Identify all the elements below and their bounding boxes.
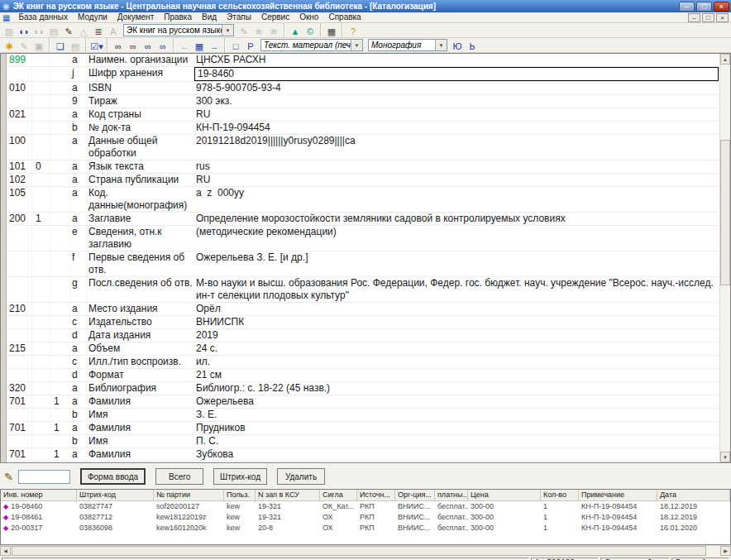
- field-row[interactable]: 215aОбъем24 с.: [7, 342, 719, 356]
- field-value[interactable]: RU: [194, 108, 719, 121]
- column-header[interactable]: N зап в КСУ: [256, 490, 320, 501]
- всего-button[interactable]: Всего: [155, 468, 203, 485]
- field-value-input[interactable]: 19-8460: [194, 67, 719, 81]
- field-value[interactable]: П. С.: [194, 435, 719, 448]
- field-row[interactable]: 010aISBN978-5-900705-93-4: [7, 82, 719, 95]
- field-row[interactable]: 7011aФамилияЗубкова: [7, 448, 719, 462]
- field-row[interactable]: bИмяЗ. Е.: [7, 409, 719, 422]
- field-row[interactable]: eСведения, отн.к заглавию(методические р…: [7, 226, 719, 251]
- edit-record-icon[interactable]: ✎: [17, 40, 31, 53]
- menu-item-вид[interactable]: Вид: [197, 12, 222, 22]
- table-row[interactable]: ◆19-0846003827747sof20200127kew19-321ОК_…: [1, 501, 730, 512]
- field-row[interactable]: cИздательствоВНИИСПК: [7, 316, 719, 329]
- field-row[interactable]: dДата издания2019: [7, 329, 719, 342]
- штрих-код-button[interactable]: Штрих-код: [213, 468, 267, 485]
- field-value[interactable]: a z 000yy: [194, 187, 719, 212]
- edit-pen-icon[interactable]: ✎: [61, 25, 76, 38]
- chevron-down-icon[interactable]: ▼: [351, 40, 362, 50]
- field-row[interactable]: 7011aФамилияОжерельева: [7, 395, 719, 409]
- field-row[interactable]: bИмяП. С.: [7, 435, 719, 448]
- field-value[interactable]: 978-5-900705-93-4: [194, 82, 719, 94]
- scroll-down-icon[interactable]: ▼: [720, 452, 730, 462]
- column-header[interactable]: Польз.: [224, 490, 256, 501]
- field-row[interactable]: 9Тираж300 экз.: [7, 95, 719, 108]
- field-value[interactable]: 300 экз.: [194, 95, 719, 108]
- форма-ввода-button[interactable]: Форма ввода: [80, 468, 146, 485]
- field-value[interactable]: Орёл: [194, 303, 719, 315]
- menu-item-документ[interactable]: Документ: [112, 12, 159, 22]
- help-icon[interactable]: ?: [346, 25, 361, 38]
- field-row[interactable]: bИмяМ. И.: [7, 462, 719, 462]
- column-header[interactable]: Примечание: [579, 490, 657, 501]
- export-icon[interactable]: △: [76, 25, 91, 38]
- table-row[interactable]: ◆20-0031703836098kew16012020kkew20-8ОХРК…: [1, 523, 730, 534]
- schedule-icon[interactable]: ©: [303, 25, 318, 38]
- scroll-up-icon[interactable]: ▲: [720, 54, 730, 65]
- menu-item-окно[interactable]: Окно: [294, 12, 323, 22]
- column-header[interactable]: Дата: [657, 490, 730, 501]
- field-value[interactable]: RU: [194, 174, 719, 186]
- doc-kind-select[interactable]: Монография ▼: [368, 39, 447, 51]
- mdi-minimize-button[interactable]: –: [688, 13, 700, 22]
- column-header[interactable]: Инв. номер: [1, 490, 77, 501]
- open-database-icon[interactable]: ◖◗: [17, 25, 31, 38]
- search-all-icon[interactable]: ∞: [155, 40, 170, 53]
- move-fields-icon[interactable]: ≋: [266, 25, 281, 38]
- menu-item-правка[interactable]: Правка: [159, 12, 197, 22]
- media-book-icon[interactable]: ▥: [2, 25, 17, 38]
- search-delete-icon[interactable]: ∞: [126, 40, 141, 53]
- field-value[interactable]: Библиогр.: с. 18-22 (45 назв.): [194, 382, 719, 395]
- field-value[interactable]: ВНИИСПК: [194, 316, 719, 328]
- field-value[interactable]: 19-8460: [194, 67, 719, 81]
- horizontal-scrollbar[interactable]: ◀ ▶: [0, 545, 731, 556]
- table-row[interactable]: ◆19-0846103827712kew18122019zkew19-321ОХ…: [1, 512, 730, 523]
- field-row[interactable]: cИлл./тип воспроизв.ил.: [7, 356, 719, 369]
- field-row[interactable]: 1010aЯзык текстаrus: [7, 160, 719, 174]
- brief-format-icon[interactable]: Ь: [465, 40, 480, 53]
- print-icon[interactable]: ▦: [324, 25, 339, 38]
- horizontal-scroll-thumb[interactable]: [12, 546, 706, 556]
- field-value[interactable]: ЦНСХБ РАСХН: [194, 54, 719, 66]
- menu-item-этапы[interactable]: Этапы: [222, 12, 256, 22]
- minimize-button[interactable]: –: [679, 2, 695, 12]
- maximize-button[interactable]: □: [696, 2, 712, 12]
- field-row[interactable]: gПосл.сведения об отв.М-во науки и высш.…: [7, 277, 719, 303]
- next-record-icon[interactable]: →: [207, 40, 222, 53]
- column-header[interactable]: Штрих-код: [77, 490, 154, 501]
- menu-item-справка[interactable]: Справка: [323, 12, 366, 22]
- menu-item-модули[interactable]: Модули: [73, 12, 112, 22]
- column-header[interactable]: № партии: [154, 490, 224, 501]
- field-row[interactable]: 021aКод страныRU: [7, 108, 719, 122]
- field-value[interactable]: Ожерельева З. Е. [и др.]: [194, 251, 719, 276]
- sort-az-icon[interactable]: ▲: [288, 25, 303, 38]
- field-row[interactable]: 210aМесто изданияОрёл: [7, 303, 719, 316]
- field-value[interactable]: (методические рекомендации): [194, 226, 719, 251]
- copy-fields-icon[interactable]: ≋: [251, 25, 266, 38]
- refresh-format-icon[interactable]: Р: [243, 40, 258, 53]
- scroll-right-icon[interactable]: ▶: [720, 546, 731, 556]
- field-row[interactable]: dФормат21 см: [7, 369, 719, 382]
- column-header[interactable]: Орг-ция...: [395, 490, 435, 501]
- field-value[interactable]: Определение морозостойкости земляники са…: [194, 213, 719, 225]
- import-icon[interactable]: ▤: [46, 25, 61, 38]
- vertical-scroll-thumb[interactable]: [720, 140, 730, 285]
- search-repeat-icon[interactable]: ∞: [141, 40, 155, 53]
- field-row[interactable]: 899aНаимен. организацииЦНСХБ РАСХН: [7, 54, 719, 67]
- mdi-restore-button[interactable]: □: [702, 13, 714, 22]
- field-row[interactable]: 102aСтрана публикацииRU: [7, 174, 719, 187]
- material-type-select[interactable]: Текст. материал (печ ▼: [260, 39, 363, 51]
- dictionary-icon[interactable]: А: [106, 25, 121, 38]
- copy-record-icon[interactable]: ❏: [53, 40, 68, 53]
- field-value[interactable]: 21 см: [194, 369, 719, 381]
- global-edit-icon[interactable]: ✎: [236, 25, 251, 38]
- field-row[interactable]: 7011aФамилияПрудников: [7, 422, 719, 435]
- chevron-down-icon[interactable]: ▼: [435, 40, 447, 50]
- field-value[interactable]: М. И.: [194, 462, 719, 462]
- search-icon[interactable]: ∞: [111, 40, 126, 53]
- mdi-close-button[interactable]: ×: [716, 13, 729, 22]
- column-header[interactable]: платны...: [435, 490, 468, 501]
- field-value[interactable]: КН-П-19-094454: [194, 122, 719, 134]
- save-record-icon[interactable]: ▣: [31, 40, 46, 53]
- vertical-scrollbar[interactable]: ▲ ▼: [719, 54, 730, 462]
- field-value[interactable]: ил.: [194, 356, 719, 368]
